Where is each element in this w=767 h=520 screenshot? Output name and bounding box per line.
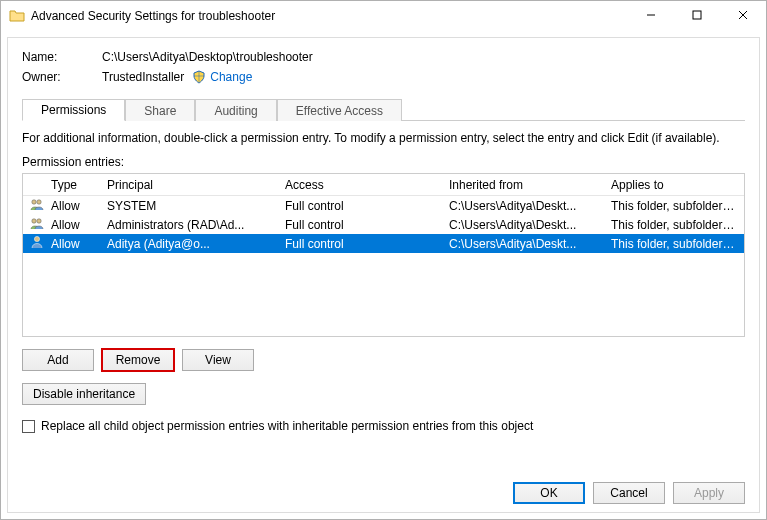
cell-principal: Aditya (Aditya@o... <box>101 236 279 252</box>
close-button[interactable] <box>720 1 766 29</box>
name-value: C:\Users\Aditya\Desktop\troubleshooter <box>102 50 313 64</box>
apply-button[interactable]: Apply <box>673 482 745 504</box>
col-inherited-header[interactable]: Inherited from <box>443 176 605 194</box>
name-row: Name: C:\Users\Aditya\Desktop\troublesho… <box>22 50 745 64</box>
folder-icon <box>9 8 25 24</box>
replace-checkbox[interactable] <box>22 420 35 433</box>
svg-point-8 <box>34 236 39 241</box>
cell-inherited: C:\Users\Aditya\Deskt... <box>443 198 605 214</box>
cell-applies: This folder, subfolders and files <box>605 236 744 252</box>
table-row[interactable]: AllowAditya (Aditya@o...Full controlC:\U… <box>23 234 744 253</box>
owner-row: Owner: TrustedInstaller Change <box>22 70 745 84</box>
permission-entries-grid[interactable]: Type Principal Access Inherited from App… <box>22 173 745 337</box>
cell-applies: This folder, subfolders and files <box>605 198 744 214</box>
replace-checkbox-row: Replace all child object permission entr… <box>22 419 745 433</box>
cell-principal: SYSTEM <box>101 198 279 214</box>
cancel-button[interactable]: Cancel <box>593 482 665 504</box>
dialog-footer: OK Cancel Apply <box>513 482 745 504</box>
group-icon <box>29 215 45 231</box>
table-row[interactable]: AllowAdministrators (RAD\Ad...Full contr… <box>23 215 744 234</box>
cell-applies: This folder, subfolders and files <box>605 217 744 233</box>
owner-value: TrustedInstaller <box>102 70 184 84</box>
shield-icon <box>192 70 206 84</box>
ok-button[interactable]: OK <box>513 482 585 504</box>
minimize-button[interactable] <box>628 1 674 29</box>
cell-inherited: C:\Users\Aditya\Deskt... <box>443 236 605 252</box>
user-icon <box>29 234 45 250</box>
info-text: For additional information, double-click… <box>22 131 745 145</box>
entries-label: Permission entries: <box>22 155 745 169</box>
svg-point-7 <box>37 219 41 223</box>
col-principal-header[interactable]: Principal <box>101 176 279 194</box>
disable-inheritance-button[interactable]: Disable inheritance <box>22 383 146 405</box>
cell-type: Allow <box>45 198 101 214</box>
remove-button[interactable]: Remove <box>102 349 174 371</box>
cell-access: Full control <box>279 198 443 214</box>
titlebar: Advanced Security Settings for troublesh… <box>1 1 766 31</box>
add-button[interactable]: Add <box>22 349 94 371</box>
col-applies-header[interactable]: Applies to <box>605 176 744 194</box>
grid-header: Type Principal Access Inherited from App… <box>23 174 744 196</box>
svg-point-6 <box>32 219 36 223</box>
inheritance-button-row: Disable inheritance <box>22 383 745 405</box>
svg-point-4 <box>32 200 36 204</box>
cell-inherited: C:\Users\Aditya\Deskt... <box>443 217 605 233</box>
group-icon <box>29 196 45 212</box>
replace-checkbox-label: Replace all child object permission entr… <box>41 419 533 433</box>
window-controls <box>628 1 766 31</box>
window-title: Advanced Security Settings for troublesh… <box>31 9 628 23</box>
view-button[interactable]: View <box>182 349 254 371</box>
cell-type: Allow <box>45 217 101 233</box>
name-label: Name: <box>22 50 102 64</box>
cell-access: Full control <box>279 217 443 233</box>
cell-principal: Administrators (RAD\Ad... <box>101 217 279 233</box>
table-row[interactable]: AllowSYSTEMFull controlC:\Users\Aditya\D… <box>23 196 744 215</box>
cell-access: Full control <box>279 236 443 252</box>
dialog-window: Advanced Security Settings for troublesh… <box>0 0 767 520</box>
change-link-text: Change <box>210 70 252 84</box>
grid-body: AllowSYSTEMFull controlC:\Users\Aditya\D… <box>23 196 744 253</box>
col-access-header[interactable]: Access <box>279 176 443 194</box>
change-owner-link[interactable]: Change <box>192 70 252 84</box>
maximize-button[interactable] <box>674 1 720 29</box>
owner-label: Owner: <box>22 70 102 84</box>
content-area: Name: C:\Users\Aditya\Desktop\troublesho… <box>7 37 760 513</box>
svg-rect-1 <box>693 11 701 19</box>
tab-share[interactable]: Share <box>125 99 195 121</box>
tab-effective-access[interactable]: Effective Access <box>277 99 402 121</box>
cell-type: Allow <box>45 236 101 252</box>
tab-auditing[interactable]: Auditing <box>195 99 276 121</box>
tab-strip: Permissions Share Auditing Effective Acc… <box>22 98 745 121</box>
tab-permissions[interactable]: Permissions <box>22 99 125 121</box>
entry-button-row: Add Remove View <box>22 349 745 371</box>
svg-point-5 <box>37 200 41 204</box>
col-icon-header[interactable] <box>23 183 45 187</box>
col-type-header[interactable]: Type <box>45 176 101 194</box>
